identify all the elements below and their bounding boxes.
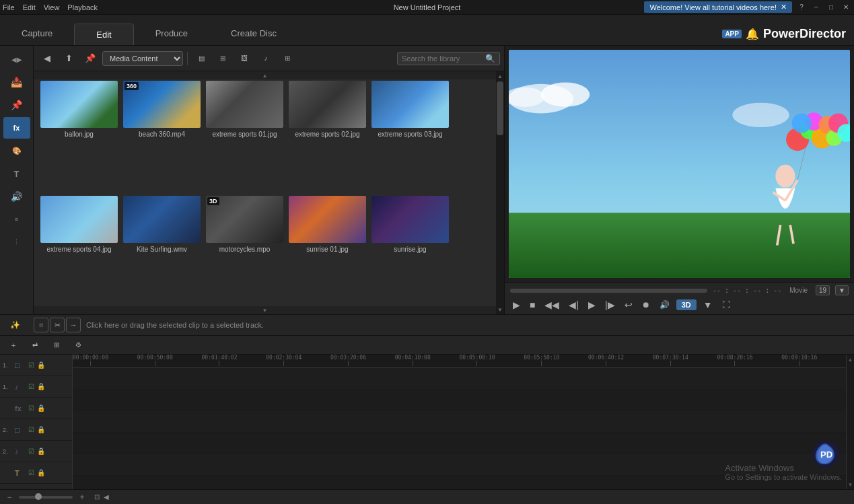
sidebar-fx[interactable]: fx <box>3 117 30 139</box>
track-check-5[interactable]: ☑ <box>28 469 34 476</box>
help-button[interactable]: ? <box>796 3 807 12</box>
loop-btn[interactable]: ↩ <box>622 298 635 312</box>
timeline-scroll-down[interactable]: ▼ <box>847 480 854 489</box>
media-item-0[interactable]: ballon.jpg <box>40 81 118 190</box>
clip-move-icon[interactable]: → <box>66 318 81 332</box>
track-lock-0[interactable]: 🔒 <box>37 361 45 369</box>
step-back-btn[interactable]: ◀| <box>566 298 581 312</box>
media-item-6[interactable]: Kite Surfing.wmv <box>123 196 201 305</box>
play-btn[interactable]: ▶ <box>510 298 523 312</box>
timeline-settings[interactable]: ⚙ <box>69 336 87 354</box>
fit-zoom-btn[interactable]: ⊡ <box>94 493 100 501</box>
track-check-3[interactable]: ☑ <box>28 426 34 433</box>
preview-progress-bar[interactable] <box>510 289 707 293</box>
media-item-1[interactable]: 360 beach 360.mp4 <box>123 81 201 190</box>
clip-action-icon1[interactable]: ✨ <box>5 316 24 334</box>
track-check-0[interactable]: ☑ <box>28 361 34 369</box>
stop-btn[interactable]: ■ <box>527 298 538 312</box>
timeline-add-track[interactable]: + <box>4 336 23 354</box>
tab-produce[interactable]: Produce <box>134 23 209 45</box>
track-lock-1[interactable]: 🔒 <box>37 383 45 390</box>
play2-btn[interactable]: ▶ <box>585 298 598 312</box>
search-icon[interactable]: 🔍 <box>485 54 495 63</box>
notification-bar[interactable]: Welcome! View all tutorial videos here! … <box>644 1 792 13</box>
preview-3d-btn[interactable]: 3D <box>676 299 697 310</box>
media-scrollbar[interactable]: ▲ ▼ <box>496 71 504 314</box>
clip-trim-icon[interactable]: ⌗ <box>34 318 48 332</box>
media-item-8[interactable]: sunrise 01.jpg <box>289 196 366 305</box>
media-item-2[interactable]: extreme sports 01.jpg <box>206 81 283 190</box>
timeline-multitrack[interactable]: ⊞ <box>47 336 66 354</box>
track-lock-3[interactable]: 🔒 <box>37 426 45 433</box>
sidebar-chapter[interactable]: ⋮ <box>3 231 30 253</box>
photo-view-btn[interactable]: 🖼 <box>235 50 254 67</box>
rewind-btn[interactable]: ◀◀ <box>542 298 562 312</box>
scrollbar-down[interactable]: ▼ <box>496 305 504 314</box>
pin-btn[interactable]: 📌 <box>81 50 100 67</box>
bell-icon[interactable]: 🔔 <box>746 28 759 40</box>
audio-view-btn[interactable]: ♪ <box>256 50 275 67</box>
import-btn[interactable]: ⬆ <box>59 50 78 67</box>
zoom-slider[interactable] <box>19 496 73 499</box>
sidebar-back[interactable]: ◀▶ <box>3 48 30 70</box>
media-item-9[interactable]: sunrise.jpg <box>371 196 449 305</box>
media-type-dropdown[interactable]: Media Content Video Photo Audio <box>102 51 183 66</box>
sidebar-text[interactable]: T <box>3 163 30 184</box>
clip-split-icon[interactable]: ✂ <box>50 318 65 332</box>
frame-display[interactable]: 19 <box>816 285 830 295</box>
marker-btn[interactable]: ◀ <box>104 493 109 501</box>
track-check-2[interactable]: ☑ <box>28 404 34 412</box>
track-content-row-1[interactable] <box>73 390 846 411</box>
tab-edit[interactable]: Edit <box>74 24 133 45</box>
zoom-out-btn[interactable]: − <box>4 493 15 502</box>
track-content-row-0[interactable] <box>73 368 846 390</box>
fullscreen-btn[interactable]: ⛶ <box>719 299 733 311</box>
minimize-button[interactable]: − <box>811 3 822 12</box>
record-btn[interactable]: ⏺ <box>639 299 653 311</box>
track-check-4[interactable]: ☑ <box>28 447 34 455</box>
list-view-btn[interactable]: ▤ <box>192 50 211 67</box>
media-item-7[interactable]: 3D motorcycles.mpo <box>206 196 283 305</box>
menu-view[interactable]: View <box>44 3 60 11</box>
step-fwd-btn[interactable]: |▶ <box>602 298 618 312</box>
scroll-up-arrow[interactable]: ▲ <box>34 71 496 79</box>
maximize-button[interactable]: □ <box>826 3 837 12</box>
track-content-row-2[interactable] <box>73 411 846 433</box>
toggle-panel-btn[interactable]: ◀ <box>38 50 57 67</box>
scrollbar-up[interactable]: ▲ <box>496 71 504 81</box>
track-content-row-4[interactable] <box>73 454 846 476</box>
grid-view-btn[interactable]: ⊞ <box>213 50 232 67</box>
zoom-in-btn[interactable]: + <box>77 493 87 502</box>
menu-file[interactable]: File <box>3 3 15 11</box>
timeline-scroll-up[interactable]: ▲ <box>847 355 854 364</box>
preview-dropdown[interactable]: ▼ <box>835 285 849 295</box>
media-item-3[interactable]: extreme sports 02.jpg <box>289 81 366 190</box>
track-check-1[interactable]: ☑ <box>28 383 34 390</box>
tab-capture[interactable]: Capture <box>0 23 74 45</box>
track-lock-4[interactable]: 🔒 <box>37 447 45 455</box>
track-lock-2[interactable]: 🔒 <box>37 404 45 412</box>
sidebar-pin[interactable]: 📌 <box>3 94 30 116</box>
track-lock-5[interactable]: 🔒 <box>37 469 45 476</box>
timeline-ripple[interactable]: ⇄ <box>26 336 44 354</box>
menu-playback[interactable]: Playback <box>67 3 98 11</box>
media-item-5[interactable]: extreme sports 04.jpg <box>40 196 118 305</box>
media-item-4[interactable]: extreme sports 03.jpg <box>371 81 449 190</box>
timeline-scrollbar[interactable]: ▲ ▼ <box>846 355 854 489</box>
notification-close[interactable]: ✕ <box>781 3 787 11</box>
multi-view-btn[interactable]: ⊞ <box>278 50 297 67</box>
preview-3d-dropdown[interactable]: ▼ <box>701 298 715 312</box>
track-content-row-3[interactable] <box>73 433 846 454</box>
scrollbar-thumb[interactable] <box>497 81 503 135</box>
track-content-row-5[interactable] <box>73 476 846 489</box>
sidebar-audio[interactable]: 🔊 <box>3 186 30 207</box>
sidebar-color[interactable]: 🎨 <box>3 140 30 161</box>
volume-btn[interactable]: 🔊 <box>657 299 672 311</box>
sidebar-subtitle[interactable]: ≡ <box>3 209 30 230</box>
close-button[interactable]: ✕ <box>841 3 851 12</box>
sidebar-import[interactable]: 📥 <box>3 71 30 93</box>
tab-create-disc[interactable]: Create Disc <box>209 23 298 45</box>
menu-edit[interactable]: Edit <box>23 3 36 11</box>
scroll-down-arrow[interactable]: ▼ <box>34 306 496 314</box>
search-input[interactable] <box>402 55 483 63</box>
